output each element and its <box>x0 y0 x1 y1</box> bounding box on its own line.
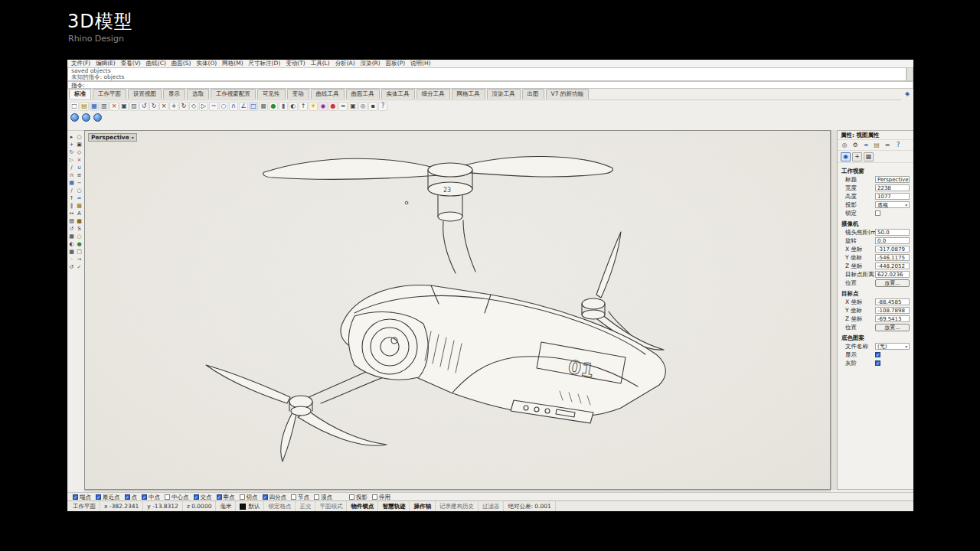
osnap-toggle[interactable]: 端点 <box>73 494 91 501</box>
osnap-toggle[interactable]: 切点 <box>240 494 258 501</box>
viewport-vertical-scrollbar[interactable] <box>831 130 837 490</box>
sphere-icon[interactable]: ● <box>76 240 83 247</box>
rotate-icon[interactable]: ↻ <box>179 102 188 111</box>
curve-icon[interactable]: ~ <box>209 102 218 111</box>
copy-icon[interactable]: ▣ <box>76 141 83 148</box>
gear-icon[interactable]: ⚙ <box>851 142 859 149</box>
tab-bar-options-icon[interactable]: ◈ <box>903 90 911 98</box>
material-icon[interactable]: ● <box>328 102 338 111</box>
redo-icon[interactable]: ↻ <box>149 102 158 111</box>
toolbar-tab[interactable]: 标准 <box>69 89 91 99</box>
undo-icon[interactable]: ↺ <box>139 102 149 111</box>
menu-item[interactable]: 渲染(R) <box>361 60 381 67</box>
copy-icon[interactable]: ▣ <box>119 102 129 111</box>
status-segment[interactable]: x -382.2341 <box>100 501 143 511</box>
osnap-toggle[interactable]: 交点 <box>194 494 212 501</box>
property-value-field[interactable]: -546.1175 <box>875 254 910 261</box>
cylinder-icon[interactable]: ▮ <box>279 102 288 111</box>
revolve-icon[interactable]: ↺ <box>68 225 75 232</box>
camera-tab[interactable]: + <box>852 152 862 161</box>
wallpaper-tab[interactable]: ▦ <box>864 152 874 161</box>
lasso-icon[interactable]: ○ <box>76 133 83 140</box>
viewport-properties-tab[interactable]: ◉ <box>841 152 851 161</box>
visibility-icon[interactable]: ◎ <box>358 102 368 111</box>
extrude-icon[interactable]: ↑ <box>68 194 75 201</box>
plane-icon[interactable]: □ <box>76 248 83 255</box>
status-segment[interactable]: y -13.8312 <box>143 501 183 511</box>
scale-icon[interactable]: ◇ <box>76 148 83 155</box>
list-icon[interactable]: ≡ <box>884 142 891 149</box>
property-value-field[interactable]: -108.7898 <box>875 307 910 314</box>
fillet-icon[interactable]: ∩ <box>68 171 75 178</box>
property-value-field[interactable]: 透视 <box>875 201 910 208</box>
render-icon[interactable]: ◉ <box>318 102 328 111</box>
property-action-button[interactable]: 放置... <box>875 324 910 331</box>
status-segment[interactable]: 默认 <box>236 501 264 511</box>
toolbar-tab[interactable]: 渲染工具 <box>487 89 521 99</box>
toolbar-tab[interactable]: 网格工具 <box>452 89 485 99</box>
status-segment[interactable]: 工作平面 <box>69 501 100 511</box>
menu-item[interactable]: 面板(P) <box>386 60 405 67</box>
osnap-toggle[interactable]: 顶点 <box>314 494 332 501</box>
move-icon[interactable]: + <box>68 141 75 148</box>
toolbar-tab[interactable]: V7 的新功能 <box>546 89 589 99</box>
menu-item[interactable]: 说明(H) <box>410 60 431 67</box>
toolbar-tab[interactable]: 细分工具 <box>416 89 450 99</box>
cut-icon[interactable]: × <box>109 102 119 111</box>
toolbar-tab[interactable]: 设置视图 <box>128 89 162 99</box>
menu-item[interactable]: 查看(V) <box>121 60 141 67</box>
command-prompt-input[interactable]: 指令: <box>67 81 913 89</box>
view-preset-1-icon[interactable] <box>70 113 79 122</box>
block-icon[interactable]: ■ <box>76 217 83 224</box>
property-value-field[interactable]: 0.0 <box>875 237 910 244</box>
property-action-button[interactable]: 放置... <box>875 279 910 287</box>
status-segment[interactable]: 锁定格点 <box>264 501 296 511</box>
menu-item[interactable]: 曲线(C) <box>146 60 166 67</box>
toolbar-tab[interactable]: 出图 <box>522 89 544 99</box>
menu-item[interactable]: 分析(A) <box>335 60 355 67</box>
circle-icon[interactable]: ○ <box>219 102 228 111</box>
cage-icon[interactable]: ▩ <box>76 202 83 209</box>
pipe-icon[interactable]: ∥ <box>68 202 75 209</box>
array-icon[interactable]: ▦ <box>68 179 75 186</box>
status-segment[interactable]: 操作轴 <box>410 501 436 511</box>
property-value-field[interactable]: 1077 <box>875 193 910 200</box>
leader-icon[interactable]: → <box>76 256 83 262</box>
property-checkbox[interactable] <box>875 352 880 357</box>
extrude-icon[interactable]: ↑ <box>299 102 308 111</box>
select-icon[interactable]: ▸ <box>68 133 75 140</box>
menu-item[interactable]: 工具(L) <box>311 60 330 67</box>
boolean-icon[interactable]: ◐ <box>68 240 75 247</box>
status-segment[interactable]: 平面模式 <box>315 501 347 511</box>
status-segment[interactable]: 绝对公差: 0.001 <box>504 501 555 511</box>
light-icon[interactable]: ☀ <box>309 102 318 111</box>
osnap-toggle[interactable]: 中点 <box>142 494 160 501</box>
property-value-field[interactable]: -317.0879 <box>875 246 910 253</box>
property-value-field[interactable]: 622.0236 <box>875 271 910 278</box>
toolbar-tab[interactable]: 曲线工具 <box>311 89 345 99</box>
toolbar-tab[interactable]: 可见性 <box>257 89 286 99</box>
polyline-icon[interactable]: ∠ <box>239 102 248 111</box>
view-preset-3-icon[interactable] <box>93 113 102 122</box>
osnap-toggle[interactable]: 中心点 <box>165 494 189 501</box>
offset-icon[interactable]: ≡ <box>76 171 83 178</box>
split-icon[interactable]: / <box>68 164 75 171</box>
folder-icon[interactable]: ▤ <box>873 142 880 149</box>
surface-icon[interactable]: □ <box>249 102 258 111</box>
print-icon[interactable]: ▥ <box>100 102 109 111</box>
perspective-viewport[interactable]: Perspective 23 <box>84 130 831 490</box>
menu-item[interactable]: 变动(T) <box>286 60 305 67</box>
osnap-toggle[interactable]: 投影 <box>349 494 368 501</box>
join-icon[interactable]: ∪ <box>76 164 83 171</box>
dim-icon[interactable]: ↔ <box>68 210 75 217</box>
pin-icon[interactable]: ◎ <box>841 142 848 149</box>
menu-item[interactable]: 实体(O) <box>196 60 217 67</box>
toolbar-tab[interactable]: 显示 <box>163 89 185 99</box>
sweep-icon[interactable]: S <box>76 225 83 232</box>
text-icon[interactable]: A <box>76 210 83 217</box>
menu-item[interactable]: 编辑(E) <box>96 60 116 67</box>
point-icon[interactable]: · <box>68 256 75 262</box>
link-icon[interactable]: ∞ <box>862 142 870 149</box>
command-history[interactable]: saved objects 未知的指令: objects <box>67 67 906 81</box>
box-icon[interactable]: ■ <box>68 248 75 255</box>
